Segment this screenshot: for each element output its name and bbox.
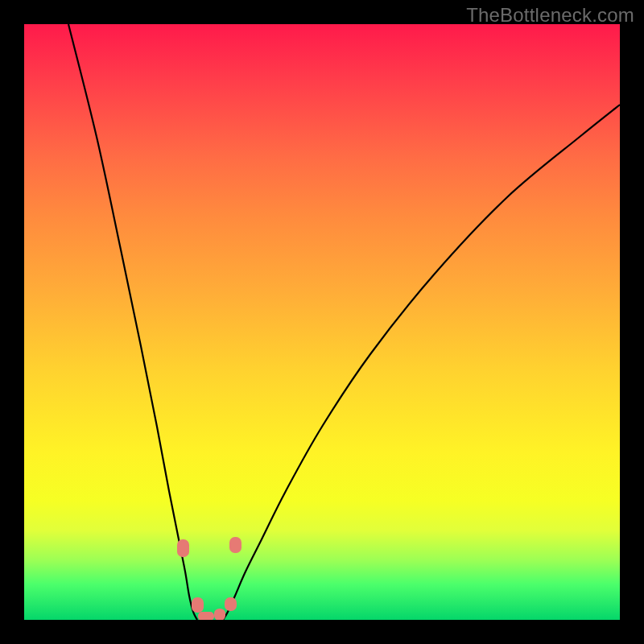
chart-frame: TheBottleneck.com <box>0 0 644 644</box>
watermark-text: TheBottleneck.com <box>466 4 634 27</box>
data-point-marker <box>198 612 214 620</box>
data-point-marker <box>192 597 204 613</box>
data-point-marker <box>177 539 189 557</box>
plot-area <box>24 24 620 620</box>
bottleneck-curve <box>24 24 620 620</box>
data-point-marker <box>214 609 225 620</box>
data-point-marker <box>229 537 242 553</box>
data-point-marker <box>225 597 237 611</box>
